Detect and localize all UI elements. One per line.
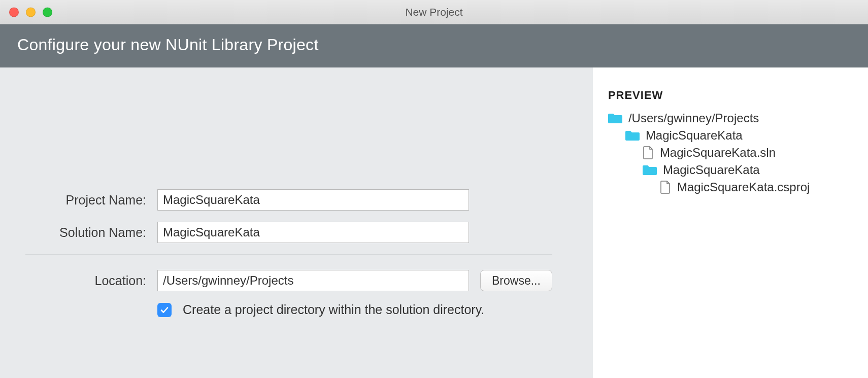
window-close-button[interactable] <box>9 7 19 17</box>
create-dir-checkbox[interactable] <box>157 303 172 317</box>
tree-solution-file: MagicSquareKata.sln <box>643 146 853 160</box>
window-traffic-lights <box>9 7 52 17</box>
tree-solution-folder: MagicSquareKata <box>625 128 853 143</box>
page-banner: Configure your new NUnit Library Project <box>0 24 868 67</box>
project-name-label: Project Name: <box>25 193 157 208</box>
tree-item-label: MagicSquareKata <box>663 163 760 177</box>
tree-item-label: MagicSquareKata.csproj <box>677 180 810 194</box>
location-label: Location: <box>25 273 157 288</box>
location-input[interactable] <box>157 270 469 291</box>
content-area: Project Name: Solution Name: Location: B… <box>0 67 868 378</box>
location-row: Location: Browse... <box>25 270 552 291</box>
tree-item-label: MagicSquareKata <box>646 128 743 143</box>
form-area: Project Name: Solution Name: Location: B… <box>0 67 593 378</box>
tree-project-folder: MagicSquareKata <box>643 163 853 177</box>
form-divider <box>25 254 552 255</box>
folder-icon <box>643 164 657 176</box>
tree-item-label: /Users/gwinney/Projects <box>628 111 759 125</box>
create-dir-label: Create a project directory within the so… <box>183 302 484 317</box>
tree-item-label: MagicSquareKata.sln <box>660 146 776 160</box>
preview-tree: /Users/gwinney/Projects MagicSquareKata <box>608 111 853 194</box>
solution-name-row: Solution Name: <box>25 222 552 243</box>
window-titlebar: New Project <box>0 0 868 24</box>
window-title: New Project <box>0 6 868 18</box>
page-title: Configure your new NUnit Library Project <box>17 36 319 54</box>
browse-button[interactable]: Browse... <box>480 270 552 291</box>
window-zoom-button[interactable] <box>43 7 52 17</box>
solution-name-input[interactable] <box>157 222 469 243</box>
create-dir-row: Create a project directory within the so… <box>157 302 552 317</box>
preview-heading: PREVIEW <box>608 89 853 102</box>
window-minimize-button[interactable] <box>26 7 36 17</box>
solution-name-label: Solution Name: <box>25 225 157 240</box>
file-icon <box>660 181 671 194</box>
checkmark-icon <box>160 305 169 315</box>
project-name-row: Project Name: <box>25 189 552 211</box>
preview-panel: PREVIEW /Users/gwinney/Projects <box>593 67 868 378</box>
tree-project-file: MagicSquareKata.csproj <box>660 180 853 194</box>
tree-root-folder: /Users/gwinney/Projects <box>608 111 853 125</box>
file-icon <box>643 146 654 159</box>
folder-icon <box>608 112 622 124</box>
folder-icon <box>625 129 640 142</box>
project-name-input[interactable] <box>157 189 469 211</box>
